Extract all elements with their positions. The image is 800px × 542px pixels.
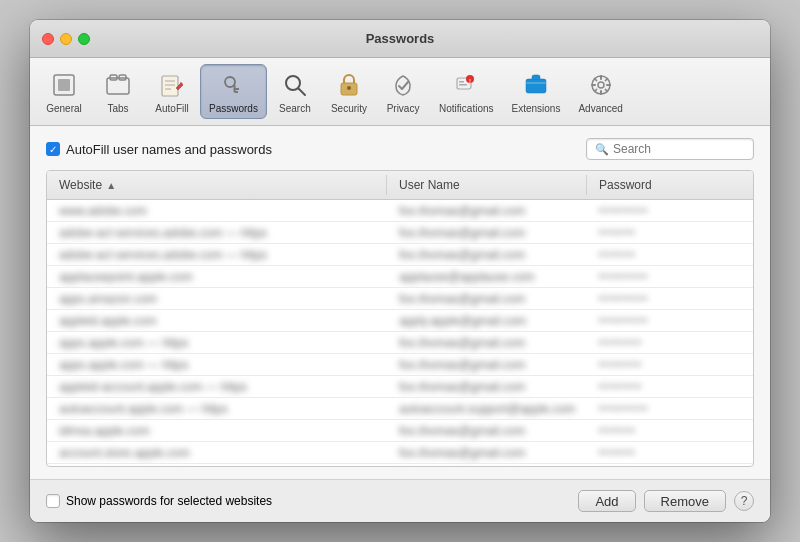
tab-advanced[interactable]: Advanced (570, 65, 630, 118)
tab-autofill[interactable]: AutoFill (146, 65, 198, 118)
tab-notifications[interactable]: ! Notifications (431, 65, 501, 118)
tab-tabs-label: Tabs (107, 103, 128, 114)
svg-line-33 (594, 89, 596, 91)
autofill-label: AutoFill user names and passwords (66, 142, 272, 157)
close-button[interactable] (42, 33, 54, 45)
svg-point-25 (598, 82, 604, 88)
search-box[interactable]: 🔍 (586, 138, 754, 160)
autofill-checkbox[interactable]: ✓ (46, 142, 60, 156)
tab-security-label: Security (331, 103, 367, 114)
security-icon (333, 69, 365, 101)
table-row[interactable]: appleid.apple.comapply.apple@gmail.com••… (47, 310, 753, 332)
cell-password: ••••••• (587, 354, 753, 375)
cell-website: adobe-acl-services.adobe.com — https (47, 244, 387, 265)
tab-security[interactable]: Security (323, 65, 375, 118)
table-row[interactable]: www.adobe.comfoo.thomas@gmail.com•••••••… (47, 200, 753, 222)
tab-tabs[interactable]: Tabs (92, 65, 144, 118)
tab-search-label: Search (279, 103, 311, 114)
col-password[interactable]: Password (587, 175, 753, 195)
table-row[interactable]: applausepoint.apple.comapplause@applause… (47, 266, 753, 288)
tab-general-label: General (46, 103, 82, 114)
main-window: Passwords General Tabs (30, 20, 770, 522)
tab-passwords[interactable]: Passwords (200, 64, 267, 119)
minimize-button[interactable] (60, 33, 72, 45)
cell-password: •••••••• (587, 266, 753, 287)
cell-username: foo.thomas@gmail.com (387, 442, 587, 463)
tab-privacy[interactable]: Privacy (377, 65, 429, 118)
svg-text:!: ! (469, 78, 471, 84)
table-row[interactable]: security.store.apple.comfoo.thomas@gmail… (47, 464, 753, 466)
cell-website: apps.amazon.com (47, 288, 387, 309)
search-input[interactable] (613, 142, 745, 156)
cell-password: •••••••• (587, 310, 753, 331)
cell-website: www.adobe.com (47, 200, 387, 221)
tab-search[interactable]: Search (269, 65, 321, 118)
show-passwords-row[interactable]: Show passwords for selected websites (46, 494, 272, 508)
cell-password: ••••••• (587, 376, 753, 397)
advanced-icon (585, 69, 617, 101)
cell-password: ••••••• (587, 332, 753, 353)
notifications-icon: ! (450, 69, 482, 101)
tab-general[interactable]: General (38, 65, 90, 118)
autofill-icon (156, 69, 188, 101)
table-row[interactable]: autoaccount.apple.com — httpsautoaccount… (47, 398, 753, 420)
svg-point-16 (347, 86, 351, 90)
tab-extensions[interactable]: Extensions (504, 65, 569, 118)
help-button[interactable]: ? (734, 491, 754, 511)
cell-password: •••••• (587, 420, 753, 441)
cell-username: foo.thomas@gmail.com (387, 244, 587, 265)
content-area: ✓ AutoFill user names and passwords 🔍 We… (30, 126, 770, 479)
table-row[interactable]: account.store.apple.comfoo.thomas@gmail.… (47, 442, 753, 464)
cell-username: foo.thomas@gmail.com (387, 354, 587, 375)
cell-website: appleid.apple.com (47, 310, 387, 331)
cell-password: •••••••• (587, 288, 753, 309)
show-passwords-checkbox[interactable] (46, 494, 60, 508)
svg-line-31 (605, 89, 607, 91)
cell-website: idmsa.apple.com (47, 420, 387, 441)
passwords-table: Website ▲ User Name Password www.adobe.c… (46, 170, 754, 467)
cell-password: •••••• (587, 442, 753, 463)
cell-username: foo.thomas@gmail.com (387, 222, 587, 243)
add-button[interactable]: Add (578, 490, 635, 512)
tab-passwords-label: Passwords (209, 103, 258, 114)
table-body: www.adobe.comfoo.thomas@gmail.com•••••••… (47, 200, 753, 466)
remove-button[interactable]: Remove (644, 490, 726, 512)
table-row[interactable]: appleid-account.apple.com — httpsfoo.tho… (47, 376, 753, 398)
cell-website: autoaccount.apple.com — https (47, 398, 387, 419)
cell-password: •••••••• (587, 200, 753, 221)
svg-line-32 (605, 79, 607, 81)
general-icon (48, 69, 80, 101)
table-row[interactable]: adobe-acl-services.adobe.com — httpsfoo.… (47, 244, 753, 266)
window-title: Passwords (366, 31, 435, 46)
maximize-button[interactable] (78, 33, 90, 45)
cell-username: apply.apple@gmail.com (387, 310, 587, 331)
cell-username: applause@applause.com (387, 266, 587, 287)
table-row[interactable]: apps.apple.com — httpsfoo.thomas@gmail.c… (47, 354, 753, 376)
cell-username: foo.thomas@gmail.com (387, 200, 587, 221)
table-row[interactable]: idmsa.apple.comfoo.thomas@gmail.com•••••… (47, 420, 753, 442)
table-row[interactable]: adobe-acl-services.adobe.com — httpsfoo.… (47, 222, 753, 244)
svg-rect-18 (459, 81, 464, 83)
cell-username: foo.thomas@gmail.com (387, 464, 587, 466)
svg-rect-11 (235, 88, 239, 90)
svg-rect-1 (58, 79, 70, 91)
svg-rect-5 (162, 76, 178, 96)
col-website[interactable]: Website ▲ (47, 175, 387, 195)
bottom-buttons: Add Remove ? (578, 490, 754, 512)
svg-line-30 (594, 79, 596, 81)
table-header: Website ▲ User Name Password (47, 171, 753, 200)
cell-website: adobe-acl-services.adobe.com — https (47, 222, 387, 243)
tabs-icon (102, 69, 134, 101)
table-row[interactable]: apps.amazon.comfoo.thomas@gmail.com•••••… (47, 288, 753, 310)
table-row[interactable]: apps.apple.com — httpsfoo.thomas@gmail.c… (47, 332, 753, 354)
autofill-checkbox-row[interactable]: ✓ AutoFill user names and passwords (46, 142, 272, 157)
cell-website: apps.apple.com — https (47, 332, 387, 353)
content-top: ✓ AutoFill user names and passwords 🔍 (46, 138, 754, 160)
tab-extensions-label: Extensions (512, 103, 561, 114)
search-icon: 🔍 (595, 143, 609, 156)
tab-notifications-label: Notifications (439, 103, 493, 114)
col-username[interactable]: User Name (387, 175, 587, 195)
cell-website: applausepoint.apple.com (47, 266, 387, 287)
show-passwords-label: Show passwords for selected websites (66, 494, 272, 508)
cell-password: •••••• (587, 222, 753, 243)
